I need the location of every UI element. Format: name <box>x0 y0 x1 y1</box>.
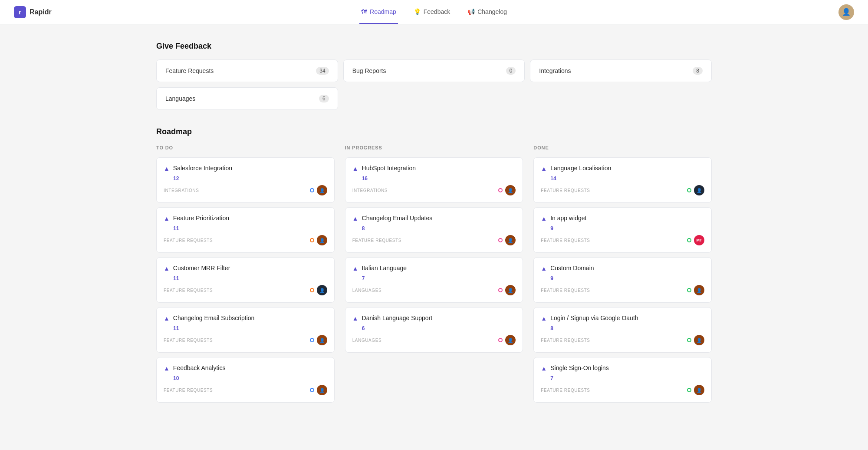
card-custom-domain[interactable]: ▲ Custom Domain 9 FEATURE REQUESTS 👤 <box>533 257 712 303</box>
card-title: Custom Domain <box>550 265 594 271</box>
card-meta: 👤 <box>310 335 327 345</box>
card-meta: 👤 <box>310 235 327 245</box>
card-danish-language-support[interactable]: ▲ Danish Language Support 6 LANGUAGES 👤 <box>345 307 523 353</box>
column-todo: TO DO ▲ Salesforce Integration 12 INTEGR… <box>156 145 335 403</box>
brand-name: Rapidr <box>30 8 52 16</box>
card-avatar: 👤 <box>694 385 704 395</box>
card-hubspot-integration[interactable]: ▲ HubSpot Integration 16 INTEGRATIONS 👤 <box>345 157 523 203</box>
card-title: Language Localisation <box>550 165 611 172</box>
megaphone-icon: 📢 <box>467 8 475 15</box>
card-avatar: 👤 <box>317 335 327 345</box>
status-dot <box>310 388 314 392</box>
card-login-signup-google-oauth[interactable]: ▲ Login / Signup via Google Oauth 8 FEAT… <box>533 307 712 353</box>
cards-list-inprogress: ▲ HubSpot Integration 16 INTEGRATIONS 👤 <box>345 157 523 353</box>
vote-count: 9 <box>550 275 704 281</box>
status-dot <box>310 188 314 192</box>
card-title: Login / Signup via Google Oauth <box>550 314 638 321</box>
card-salesforce-integration[interactable]: ▲ Salesforce Integration 12 INTEGRATIONS… <box>156 157 335 203</box>
card-meta: 👤 <box>687 185 704 195</box>
card-avatar: 👤 <box>317 235 327 245</box>
avatar[interactable]: 👤 <box>838 4 854 20</box>
status-dot <box>310 338 314 342</box>
card-avatar: 👤 <box>317 385 327 395</box>
logo-area[interactable]: r Rapidr <box>14 6 52 18</box>
card-avatar: 👤 <box>317 185 327 195</box>
status-dot <box>498 188 503 192</box>
upvote-icon: ▲ <box>164 365 170 372</box>
feedback-card-feature-requests[interactable]: Feature Requests 34 <box>156 60 338 82</box>
status-dot <box>498 338 503 342</box>
card-meta: 👤 <box>498 185 516 195</box>
status-dot <box>687 388 691 392</box>
upvote-icon: ▲ <box>352 265 358 272</box>
card-title: Single Sign-On logins <box>550 364 609 371</box>
card-title: In app widget <box>550 215 586 222</box>
card-meta: 👤 <box>498 235 516 245</box>
cards-list-done: ▲ Language Localisation 14 FEATURE REQUE… <box>533 157 712 403</box>
feedback-card-languages[interactable]: Languages 6 <box>156 87 338 110</box>
feedback-card-integrations[interactable]: Integrations 8 <box>530 60 712 82</box>
card-title: Customer MRR Filter <box>173 265 230 271</box>
status-dot <box>687 338 691 342</box>
upvote-icon: ▲ <box>164 265 170 272</box>
card-customer-mrr-filter[interactable]: ▲ Customer MRR Filter 11 FEATURE REQUEST… <box>156 257 335 303</box>
card-category: FEATURE REQUESTS <box>541 288 590 293</box>
card-changelog-email-subscription[interactable]: ▲ Changelog Email Subscription 11 FEATUR… <box>156 307 335 353</box>
upvote-icon: ▲ <box>164 215 170 222</box>
give-feedback-title: Give Feedback <box>156 42 712 51</box>
header: r Rapidr 🗺 Roadmap 💡 Feedback 📢 Changelo… <box>0 0 868 24</box>
card-title: Feedback Analytics <box>173 364 226 371</box>
upvote-icon: ▲ <box>164 165 170 172</box>
vote-count: 9 <box>550 225 704 232</box>
nav-item-changelog[interactable]: 📢 Changelog <box>466 0 509 24</box>
vote-count: 8 <box>362 225 516 232</box>
card-category: FEATURE REQUESTS <box>164 288 213 293</box>
card-single-sign-on[interactable]: ▲ Single Sign-On logins 7 FEATURE REQUES… <box>533 357 712 403</box>
card-feature-prioritization[interactable]: ▲ Feature Prioritization 11 FEATURE REQU… <box>156 207 335 253</box>
card-meta: 👤 <box>310 285 327 295</box>
upvote-icon: ▲ <box>541 265 547 272</box>
main-content: Give Feedback Feature Requests 34 Bug Re… <box>130 24 738 420</box>
roadmap-columns: TO DO ▲ Salesforce Integration 12 INTEGR… <box>156 145 712 403</box>
upvote-icon: ▲ <box>352 215 358 222</box>
feedback-card-label: Bug Reports <box>352 67 386 74</box>
card-category: LANGUAGES <box>352 288 382 293</box>
logo-icon: r <box>14 6 26 18</box>
card-title: Changelog Email Subscription <box>173 314 255 321</box>
card-avatar: 👤 <box>694 185 704 195</box>
card-in-app-widget[interactable]: ▲ In app widget 9 FEATURE REQUESTS MT <box>533 207 712 253</box>
feedback-card-label: Languages <box>165 95 195 102</box>
vote-count: 14 <box>550 175 704 182</box>
nav-item-roadmap[interactable]: 🗺 Roadmap <box>359 0 398 24</box>
map-icon: 🗺 <box>361 8 367 15</box>
feedback-card-badge: 8 <box>693 67 703 75</box>
status-dot <box>687 188 691 192</box>
status-dot <box>310 288 314 292</box>
feedback-card-label: Integrations <box>539 67 571 74</box>
vote-count: 7 <box>362 275 516 281</box>
card-meta: MT <box>687 235 704 245</box>
card-avatar: 👤 <box>694 285 704 295</box>
card-italian-language[interactable]: ▲ Italian Language 7 LANGUAGES 👤 <box>345 257 523 303</box>
vote-count: 12 <box>173 175 327 182</box>
card-meta: 👤 <box>498 335 516 345</box>
card-avatar: 👤 <box>694 335 704 345</box>
card-meta: 👤 <box>498 285 516 295</box>
status-dot <box>687 238 691 242</box>
card-category: FEATURE REQUESTS <box>164 388 213 393</box>
upvote-icon: ▲ <box>352 315 358 322</box>
card-feedback-analytics[interactable]: ▲ Feedback Analytics 10 FEATURE REQUESTS… <box>156 357 335 403</box>
card-changelog-email-updates[interactable]: ▲ Changelog Email Updates 8 FEATURE REQU… <box>345 207 523 253</box>
vote-count: 8 <box>550 325 704 331</box>
card-meta: 👤 <box>687 385 704 395</box>
upvote-icon: ▲ <box>541 215 547 222</box>
feedback-card-bug-reports[interactable]: Bug Reports 0 <box>343 60 525 82</box>
column-header-todo: TO DO <box>156 145 335 150</box>
card-avatar: 👤 <box>505 185 516 195</box>
vote-count: 6 <box>362 325 516 331</box>
cards-list-todo: ▲ Salesforce Integration 12 INTEGRATIONS… <box>156 157 335 403</box>
feedback-card-badge: 6 <box>319 95 329 103</box>
card-language-localisation[interactable]: ▲ Language Localisation 14 FEATURE REQUE… <box>533 157 712 203</box>
status-dot <box>687 288 691 292</box>
nav-item-feedback[interactable]: 💡 Feedback <box>412 0 452 24</box>
